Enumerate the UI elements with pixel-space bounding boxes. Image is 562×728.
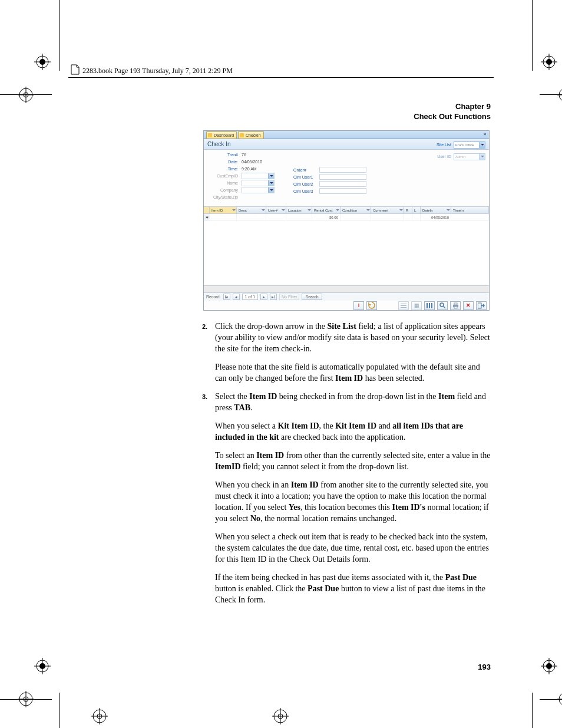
toolbar: ! ▦ ✕: [204, 301, 489, 310]
chevron-down-icon: [268, 180, 274, 186]
user2-label: CIm User2: [293, 182, 318, 186]
header-rule: [68, 77, 494, 78]
print-button[interactable]: [450, 301, 461, 310]
tab-dashboard[interactable]: Dashboard: [206, 131, 237, 139]
company-dropdown[interactable]: [242, 187, 275, 193]
last-record-button[interactable]: ▸I: [270, 294, 277, 300]
col-user[interactable]: User#: [266, 207, 286, 213]
col-rentalcost[interactable]: Rental Cost: [312, 207, 340, 213]
user3-input[interactable]: [319, 188, 366, 194]
chevron-down-icon: [262, 209, 265, 213]
cust-dropdown[interactable]: [242, 173, 275, 179]
chevron-down-icon: [399, 209, 403, 213]
user-id-value: Admin: [455, 155, 465, 159]
chapter-title: Check Out Functions: [414, 112, 491, 121]
registration-mark-icon: [34, 54, 51, 70]
svg-rect-43: [454, 303, 457, 305]
paragraph: When you check in an Item ID from anothe…: [215, 479, 491, 524]
tab-icon: [208, 133, 212, 137]
chevron-down-icon: [232, 209, 236, 213]
company-label: Company: [207, 188, 242, 192]
site-list-dropdown[interactable]: Front Office: [454, 141, 485, 149]
checkin-window: Dashboard CheckIn × Check In Site List F…: [203, 130, 490, 311]
book-page-icon: [71, 64, 80, 75]
record-navigator: Record: I◂ ◂ 1 of 1 ▸ ▸I No Filter Searc…: [204, 292, 489, 301]
items-grid: Item ID Desc User# Location Rental Cost …: [204, 206, 489, 292]
col-desc[interactable]: Desc: [237, 207, 266, 213]
close-icon[interactable]: ×: [482, 131, 488, 137]
crop-line: [59, 693, 59, 728]
paragraph: If the item being checked in has past du…: [215, 572, 491, 605]
row-selector-header[interactable]: [204, 207, 210, 213]
attachment-button[interactable]: ▦: [411, 301, 422, 310]
registration-mark-icon: [557, 87, 562, 103]
form-title: Check In: [207, 141, 230, 147]
form-title-bar: Check In Site List Front Office User ID …: [204, 139, 489, 150]
user1-input[interactable]: [319, 174, 366, 180]
crop-line: [532, 693, 533, 728]
user-id-dropdown[interactable]: Admin: [454, 153, 485, 160]
barcode-button[interactable]: [424, 301, 435, 310]
col-timein[interactable]: TimeIn: [451, 207, 489, 213]
tab-checkin[interactable]: CheckIn: [238, 131, 264, 139]
name-dropdown[interactable]: [242, 180, 275, 186]
paragraph: When you select a check out item that is…: [215, 531, 491, 565]
user2-input[interactable]: [319, 181, 366, 187]
instruction-text: 2. Click the drop-down arrow in the Site…: [215, 321, 491, 612]
col-r[interactable]: R: [404, 207, 412, 213]
record-position: 1 of 1: [242, 294, 259, 300]
horizontal-scrollbar[interactable]: [204, 285, 489, 292]
paragraph: Please note that the site field is autom…: [215, 361, 491, 384]
cust-label: CustEmpID: [207, 174, 242, 178]
step-number: 2.: [202, 321, 207, 332]
date-value: 04/05/2010: [242, 160, 262, 164]
time-value: 9:20 AM: [242, 167, 257, 171]
first-record-button[interactable]: I◂: [223, 294, 230, 300]
paragraph: When you select a Kit Item ID, the Kit I…: [215, 420, 491, 443]
chevron-down-icon: [282, 209, 285, 213]
col-l[interactable]: L: [412, 207, 421, 213]
user3-label: CIm User3: [293, 189, 318, 193]
filter-indicator: No Filter: [279, 294, 299, 300]
registration-mark-icon: [91, 708, 108, 724]
next-record-button[interactable]: ▸: [260, 294, 267, 300]
order-input[interactable]: [319, 167, 366, 173]
svg-rect-44: [454, 307, 457, 308]
chapter-number: Chapter 9: [455, 102, 491, 111]
notes-button[interactable]: [398, 301, 409, 310]
col-itemid[interactable]: Item ID: [210, 207, 237, 213]
delete-button[interactable]: ✕: [463, 301, 474, 310]
prev-record-button[interactable]: ◂: [233, 294, 240, 300]
col-comment[interactable]: Comment: [371, 207, 404, 213]
user-id-label: User ID: [437, 151, 451, 162]
registration-mark-icon: [541, 54, 557, 70]
crop-line: [540, 699, 562, 700]
search-button[interactable]: Search: [302, 294, 322, 300]
crop-line: [59, 0, 59, 71]
registration-mark-icon: [18, 87, 34, 103]
grid-row[interactable]: ✱ $0.00 04/05/2010: [204, 214, 489, 221]
paragraph: To select an Item ID from other than the…: [215, 450, 491, 472]
col-condition[interactable]: Condition: [340, 207, 371, 213]
date-label: Date:: [207, 160, 242, 164]
col-location[interactable]: Location: [286, 207, 312, 213]
cell-cost: $0.00: [312, 214, 340, 220]
exit-button[interactable]: [476, 301, 487, 310]
crop-line: [0, 94, 52, 95]
registration-mark-icon: [272, 708, 289, 724]
tab-label: CheckIn: [246, 133, 261, 137]
tab-bar: Dashboard CheckIn ×: [204, 131, 489, 139]
tab-label: Dashboard: [214, 133, 234, 137]
alert-button[interactable]: !: [353, 301, 364, 310]
tran-value: 76: [242, 153, 246, 157]
tran-label: Tran#: [207, 153, 242, 157]
preview-button[interactable]: [437, 301, 448, 310]
registration-mark-icon: [34, 658, 51, 674]
registration-mark-icon: [541, 658, 557, 674]
user-fields: Order# CIm User1 CIm User2 CIm User3: [293, 166, 366, 195]
chevron-down-icon: [447, 209, 450, 213]
col-datein[interactable]: DateIn: [421, 207, 451, 213]
paragraph: Select the Item ID being checked in from…: [215, 391, 491, 413]
refresh-button[interactable]: [366, 301, 377, 310]
cell-itemid[interactable]: [210, 214, 237, 220]
